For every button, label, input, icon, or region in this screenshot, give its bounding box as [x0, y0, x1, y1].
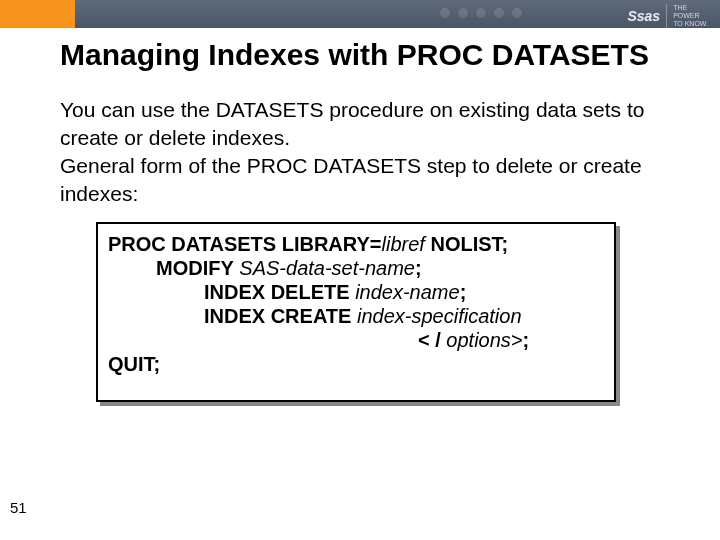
paragraph-1: You can use the DATASETS procedure on ex… — [60, 96, 680, 152]
header-bar: Ssas THE POWER TO KNOW. — [0, 0, 720, 28]
slide-title: Managing Indexes with PROC DATASETS — [60, 38, 680, 72]
body-text: You can use the DATASETS procedure on ex… — [60, 96, 680, 208]
slide-content: Managing Indexes with PROC DATASETS You … — [60, 38, 680, 72]
code-line-2: MODIFY SAS-data-set-name; — [108, 256, 604, 280]
accent-block — [0, 0, 75, 28]
sas-logo: Ssas — [627, 8, 660, 24]
code-line-4: INDEX CREATE index-specification — [108, 304, 604, 328]
code-line-1: PROC DATASETS LIBRARY=libref NOLIST; — [108, 232, 604, 256]
page-number: 51 — [10, 499, 27, 516]
tagline: THE POWER TO KNOW. — [666, 4, 708, 28]
paragraph-2: General form of the PROC DATASETS step t… — [60, 152, 680, 208]
code-line-6: QUIT; — [108, 352, 604, 376]
code-line-5: < / options>; — [108, 328, 604, 352]
code-box: PROC DATASETS LIBRARY=libref NOLIST; MOD… — [96, 222, 616, 402]
code-line-3: INDEX DELETE index-name; — [108, 280, 604, 304]
decorative-dots — [440, 8, 522, 18]
logo-block: Ssas THE POWER TO KNOW. — [627, 4, 708, 28]
